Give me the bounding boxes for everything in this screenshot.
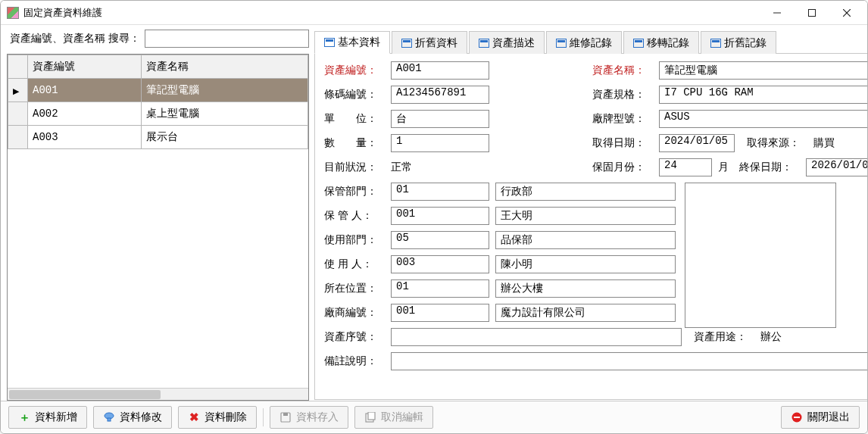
vendor-label: 廠商編號： [324,306,385,320]
tab-repair-log[interactable]: 維修記錄 [546,31,622,54]
maximize-button[interactable] [795,2,829,24]
tab-label: 移轉記錄 [647,36,689,50]
grid-cell-id: A003 [28,126,142,149]
svg-rect-5 [108,418,111,421]
svg-rect-11 [794,417,800,418]
left-pane: 資產編號、資產名稱 搜尋： 資產編號 資產名稱 建 ▶ A001 [7,30,309,401]
remark-label: 備註說明： [324,354,385,368]
edit-icon [103,411,115,423]
svg-rect-7 [283,413,288,416]
svg-rect-9 [368,412,375,420]
tab-icon [401,39,412,48]
svg-rect-1 [809,9,816,16]
qty-label: 數 量： [324,136,385,150]
search-label: 資產編號、資產名稱 搜尋： [10,32,140,45]
tab-transfer-log[interactable]: 移轉記錄 [623,31,699,54]
delete-button[interactable]: ✖ 資料刪除 [178,406,257,429]
close-icon [843,9,851,17]
grid-row[interactable]: ▶ A001 筆記型電腦 系 [8,79,308,102]
grid-col-assetno[interactable]: 資產編號 [28,55,142,79]
cancel-button-label: 取消編輯 [381,411,423,424]
purpose-label: 資產用途： [694,330,754,344]
edit-button[interactable]: 資料修改 [93,406,172,429]
grid-cell-id: A002 [28,102,142,126]
warranty-m-suffix: 月 [718,161,729,174]
spec-field[interactable]: I7 CPU 16G RAM [659,86,867,104]
add-button-label: 資料新增 [35,411,77,424]
save-button-label: 資料存入 [296,411,339,424]
add-button[interactable]: ＋ 資料新增 [8,406,87,429]
get-src-value: 購買 [813,136,835,150]
vendor-name-field: 魔力設計有限公司 [495,304,676,322]
user-label: 使 用 人： [324,258,385,271]
spec-label: 資產規格： [592,88,653,101]
unit-field[interactable]: 台 [391,110,489,128]
vendor-code-field[interactable]: 001 [391,304,489,322]
asset-no-field[interactable]: A001 [391,61,489,80]
tab-depreciation-log[interactable]: 折舊記錄 [701,31,776,54]
search-input[interactable] [145,30,309,48]
user-name-field: 陳小明 [495,255,676,273]
tab-icon [556,39,567,48]
asset-name-field[interactable]: 筆記型電腦 [659,61,867,80]
asset-no-label: 資產編號： [324,64,385,77]
get-date-label: 取得日期： [592,136,653,150]
purpose-value: 辦公 [760,330,782,344]
tab-label: 折舊記錄 [724,36,767,50]
keep-dept-label: 保管部門： [324,185,385,198]
status-value: 正常 [391,161,489,174]
close-button[interactable] [829,2,864,24]
delete-icon: ✖ [188,411,200,423]
get-date-field[interactable]: 2024/01/05 [659,134,735,152]
cancel-button: 取消編輯 [354,406,433,429]
status-label: 目前狀況： [324,161,385,174]
window-title: 固定資產資料維護 [23,6,102,20]
bottom-toolbar: ＋ 資料新增 資料修改 ✖ 資料刪除 資料存入 取消編輯 [1,401,867,433]
serial-field[interactable] [391,328,682,346]
warranty-m-label: 保固月份： [592,161,653,174]
grid-cell-name: 展示台 [142,126,308,149]
asset-grid[interactable]: 資產編號 資產名稱 建 ▶ A001 筆記型電腦 系 A002 桌上型電腦 [7,54,309,401]
grid-corner [8,55,28,79]
keeper-code-field[interactable]: 001 [391,207,489,225]
tab-description[interactable]: 資產描述 [469,31,545,54]
right-pane: 基本資料 折舊資料 資產描述 維修記錄 移轉記錄 折舊記錄 資產編號： A001… [314,30,867,401]
delete-button-label: 資料刪除 [205,411,247,424]
grid-header-row: 資產編號 資產名稱 建 [8,55,308,79]
grid-cell-id: A001 [28,79,142,102]
remark-field[interactable] [391,352,867,370]
serial-label: 資產序號： [324,330,385,344]
keep-dept-code-field[interactable]: 01 [391,183,489,201]
grid-horizontal-scrollbar[interactable] [8,388,308,400]
exit-icon [791,411,803,423]
exit-button[interactable]: 關閉退出 [781,406,860,429]
qty-field[interactable]: 1 [391,134,489,152]
grid-row[interactable]: A002 桌上型電腦 系 [8,102,308,126]
warranty-end-label: 終保日期： [739,161,800,174]
tab-label: 基本資料 [338,36,380,49]
grid-col-assetname[interactable]: 資產名稱 [142,55,308,79]
app-window: 固定資產資料維護 資產編號、資產名稱 搜尋： 資 [0,0,868,434]
asset-name-label: 資產名稱： [592,64,653,77]
cancel-icon [364,411,376,423]
keeper-label: 保 管 人： [324,209,385,223]
edit-button-label: 資料修改 [120,411,162,424]
barcode-field[interactable]: A1234567891 [391,86,489,104]
app-icon [7,7,19,19]
tab-depreciation[interactable]: 折舊資料 [392,31,467,54]
minimize-button[interactable] [760,2,795,24]
tab-label: 維修記錄 [570,36,612,50]
loc-code-field[interactable]: 01 [391,279,489,298]
keep-dept-name-field: 行政部 [495,183,676,201]
barcode-label: 條碼編號： [324,88,385,101]
grid-cell-name: 桌上型電腦 [142,102,308,126]
maximize-icon [808,9,816,17]
user-code-field[interactable]: 003 [391,255,489,273]
use-dept-code-field[interactable]: 05 [391,231,489,249]
brand-field[interactable]: ASUS [659,110,867,128]
tab-icon [324,38,335,47]
tab-basic[interactable]: 基本資料 [314,31,390,54]
warranty-m-field[interactable]: 24 [659,158,712,176]
warranty-end-field[interactable]: 2026/01/04 [806,158,867,176]
grid-row[interactable]: A003 展示台 系 [8,126,308,149]
